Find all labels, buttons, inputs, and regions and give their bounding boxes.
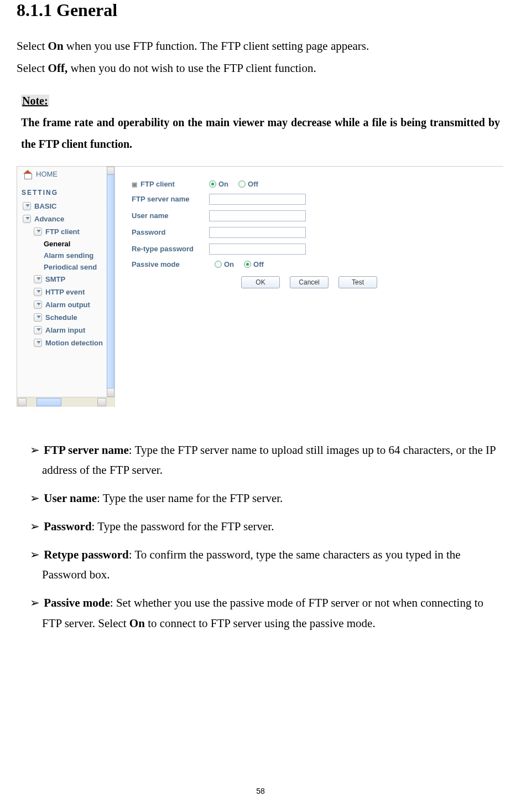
- chevron-down-icon: [34, 326, 42, 334]
- intro-line-1: Select On when you use FTP function. The…: [17, 36, 504, 57]
- home-icon: [23, 170, 33, 179]
- field-user-name: ➢ User name: Type the user name for the …: [19, 488, 504, 509]
- cancel-button[interactable]: Cancel: [290, 276, 329, 288]
- home-link[interactable]: HOME: [17, 167, 107, 185]
- tree-alarm-sending[interactable]: Alarm sending: [17, 250, 107, 261]
- tree-periodical-send[interactable]: Periodical send: [17, 261, 107, 273]
- chevron-down-icon: [34, 313, 42, 322]
- retype-password-input[interactable]: [209, 244, 306, 255]
- chevron-down-icon: [23, 202, 31, 210]
- password-label: Password: [132, 228, 209, 236]
- scrollbar-thumb[interactable]: [107, 174, 114, 393]
- field-ftp-server-name: ➢ FTP server name: Type the FTP server n…: [19, 440, 504, 481]
- horizontal-scrollbar[interactable]: [17, 397, 114, 407]
- intro-line-2: Select Off, when you do not wish to use …: [17, 58, 504, 79]
- test-button[interactable]: Test: [338, 276, 377, 288]
- chevron-down-icon: [34, 301, 42, 309]
- chevron-down-icon: [34, 288, 42, 296]
- page-heading: 8.1.1 General: [17, 0, 504, 20]
- passive-on-radio[interactable]: [215, 261, 222, 268]
- ftp-off-radio[interactable]: [238, 180, 246, 188]
- ftp-on-radio[interactable]: [209, 180, 216, 188]
- chevron-down-icon: [23, 215, 31, 223]
- tree-basic[interactable]: BASIC: [17, 200, 107, 213]
- chevron-down-icon: [34, 275, 42, 283]
- vertical-scrollbar[interactable]: [107, 167, 114, 397]
- tree-schedule[interactable]: Schedule: [17, 311, 107, 324]
- scroll-right-button[interactable]: [97, 398, 106, 406]
- setting-header: SETTING: [17, 185, 107, 200]
- field-passive-mode: ➢ Passive mode: Set whether you use the …: [19, 593, 504, 634]
- tree-smtp[interactable]: SMTP: [17, 273, 107, 286]
- field-descriptions: ➢ FTP server name: Type the FTP server n…: [17, 440, 504, 634]
- form-panel: FTP client On Off FTP server name User n…: [115, 167, 503, 407]
- field-retype-password: ➢ Retype password: To confirm the passwo…: [19, 545, 504, 586]
- page-number: 58: [0, 787, 521, 795]
- ftp-server-name-label: FTP server name: [132, 195, 209, 203]
- tree-http-event[interactable]: HTTP event: [17, 286, 107, 298]
- ftp-client-label: FTP client: [132, 180, 209, 188]
- user-name-input[interactable]: [209, 210, 306, 221]
- tree-alarm-output[interactable]: Alarm output: [17, 298, 107, 311]
- tree-advance[interactable]: Advance: [17, 213, 107, 225]
- password-input[interactable]: [209, 227, 306, 238]
- chevron-down-icon: [34, 339, 42, 347]
- ftp-settings-screenshot: HOME SETTING BASIC Advance FTP client Ge…: [17, 166, 503, 407]
- user-name-label: User name: [132, 211, 209, 220]
- sidebar: HOME SETTING BASIC Advance FTP client Ge…: [17, 167, 115, 407]
- field-password: ➢ Password: Type the password for the FT…: [19, 516, 504, 537]
- passive-off-radio[interactable]: [244, 261, 251, 268]
- tree-motion-detection[interactable]: Motion detection: [17, 337, 107, 349]
- note-block: Note: The frame rate and operability on …: [17, 95, 504, 155]
- note-label: Note:: [21, 95, 49, 107]
- tree-alarm-input[interactable]: Alarm input: [17, 324, 107, 337]
- tree-ftp-client[interactable]: FTP client: [17, 225, 107, 238]
- ftp-server-name-input[interactable]: [209, 194, 306, 205]
- retype-password-label: Re-type password: [132, 245, 209, 253]
- scroll-left-button[interactable]: [18, 398, 27, 406]
- scrollbar-thumb[interactable]: [37, 398, 61, 406]
- chevron-down-icon: [34, 227, 42, 236]
- passive-mode-label: Passive mode: [132, 260, 209, 268]
- note-body: The frame rate and operability on the ma…: [21, 112, 500, 155]
- tree-general[interactable]: General: [17, 238, 107, 250]
- ok-button[interactable]: OK: [241, 276, 280, 288]
